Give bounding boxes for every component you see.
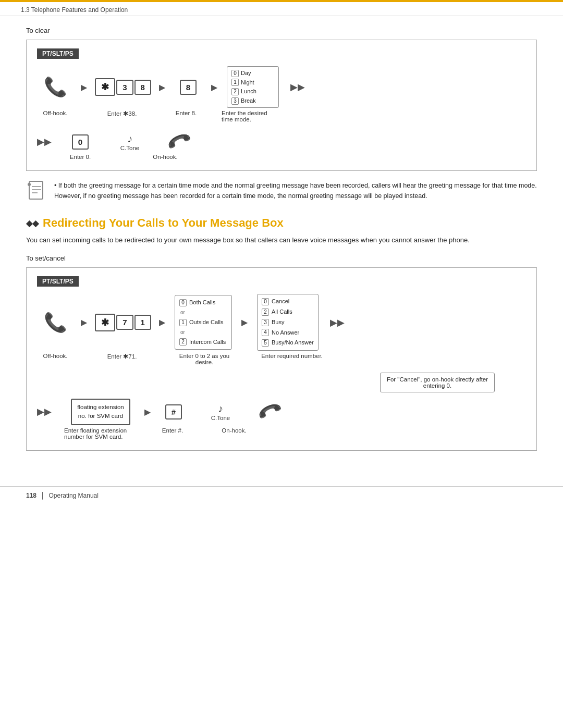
label-enter8: Enter 8. — [170, 110, 202, 116]
page-number: 118 — [26, 492, 36, 499]
arrow7: ▶ — [144, 407, 151, 417]
tm2: 2 — [231, 88, 239, 95]
clear-title: To clear — [26, 27, 537, 34]
tm1: 1 — [231, 79, 239, 86]
page-footer: 118 │ Operating Manual — [0, 486, 563, 504]
label-onhook1: On-hook. — [144, 154, 186, 160]
key-star2: ✱ — [95, 314, 115, 331]
clear-section: To clear PT/SLT/PS 📞 ▶ ✱ 3 8 — [26, 27, 537, 171]
svg-point-4 — [28, 183, 31, 186]
arrow1: ▶ — [81, 82, 87, 92]
req-num-box: 0Cancel 2All Calls 3Busy 4No Answer 5Bus… — [257, 294, 319, 351]
phone-up2-col: 📞 — [37, 312, 74, 334]
tm3: 3 — [231, 97, 239, 105]
key-3: 3 — [116, 80, 133, 95]
header-section: 1.3 Telephone Features and Operation — [0, 2, 563, 16]
label-enter38: Enter ✱38. — [93, 110, 151, 117]
arrow5: ▶ — [159, 317, 165, 327]
label-timemode: Enter the desiredtime mode. — [222, 110, 284, 122]
arrow2: ▶ — [159, 82, 165, 92]
req-num-col: 0Cancel 2All Calls 3Busy 4No Answer 5Bus… — [257, 294, 319, 351]
note-text: • If both the greeting message for a cer… — [54, 180, 537, 201]
label-offhook: Off-hook. — [37, 110, 74, 116]
key-8-col: 8 — [173, 80, 204, 95]
redirect-desc: You can set incoming calls to be redirec… — [26, 235, 537, 246]
key-1: 1 — [134, 315, 151, 330]
label2-enterhash: Enter #. — [157, 427, 188, 434]
key-0: 0 — [72, 134, 89, 150]
redirect-pt-label: PT/SLT/PS — [37, 276, 79, 287]
cancel-note: For "Cancel", go on-hook directly after … — [380, 373, 495, 392]
diamond-icon: ◆◆ — [26, 218, 39, 228]
phone-up2-icon: 📞 — [44, 312, 67, 334]
phone-down2-icon: 📞 — [257, 399, 284, 425]
arrow3: ▶ — [211, 82, 217, 92]
floating-ext-col: floating extension no. for SVM card — [64, 399, 137, 425]
label2-floatext: Enter floating extensionnumber for SVM c… — [64, 427, 137, 440]
arrow6: ▶ — [241, 317, 248, 327]
svg-rect-0 — [29, 181, 43, 199]
note-icon — [26, 180, 47, 205]
dbl-arrow1: ▶▶ — [290, 81, 305, 93]
tm0: 0 — [231, 70, 239, 77]
redirect-diagram-box: PT/SLT/PS 📞 ▶ ✱ 7 1 ▶ — [26, 267, 537, 450]
label2-reqnum: Enter required number. — [258, 353, 326, 359]
clear-diagram-box: PT/SLT/PS 📞 ▶ ✱ 3 8 ▶ — [26, 40, 537, 171]
time-mode-box: 0Day 1Night 2Lunch 3Break — [227, 66, 279, 108]
footer-separator: │ — [41, 492, 45, 499]
note-bullet: • — [54, 182, 58, 189]
phone-down-icon: 📞 — [166, 129, 193, 155]
key-7: 7 — [116, 315, 133, 330]
phone-up-icon: 📞 — [44, 76, 67, 98]
keys-38: ✱ 3 8 — [95, 78, 151, 96]
redirect-heading: ◆◆ Redirecting Your Calls to Your Messag… — [26, 216, 537, 230]
label-enter0: Enter 0. — [62, 154, 99, 160]
ctone2-icon: ♪ — [218, 403, 223, 415]
dbl-arrow4: ▶▶ — [37, 406, 52, 417]
hash-key: # — [165, 404, 182, 419]
note-row: • If both the greeting message for a cer… — [26, 180, 537, 205]
clear-pt-label: PT/SLT/PS — [37, 48, 79, 59]
footer-label: Operating Manual — [49, 492, 99, 499]
floating-ext-key: floating extension no. for SVM card — [71, 399, 130, 425]
keys-71: ✱ 7 1 — [95, 314, 151, 331]
phone-down-col: 📞 — [161, 132, 198, 152]
label2-calltype: Enter 0 to 2 as you desire. — [170, 353, 238, 365]
ctone-icon: ♪ — [127, 133, 132, 145]
label2-onhook: On-hook. — [213, 427, 255, 434]
phone-down2-col: 📞 — [252, 402, 288, 422]
keys-38-col: ✱ 3 8 — [94, 78, 152, 96]
breadcrumb: 1.3 Telephone Features and Operation — [21, 6, 128, 14]
phone-up-col: 📞 — [37, 76, 74, 98]
key-8a: 8 — [134, 80, 151, 95]
label2-enter71: Enter ✱71. — [93, 353, 151, 360]
ctone-col: ♪ C.Tone — [109, 133, 151, 151]
set-cancel-title: To set/cancel — [26, 254, 537, 262]
key-8: 8 — [180, 80, 197, 95]
hash-col: # — [158, 404, 189, 419]
set-cancel-section: To set/cancel PT/SLT/PS 📞 ▶ ✱ 7 1 — [26, 254, 537, 450]
dbl-arrow2: ▶▶ — [37, 136, 52, 147]
label2-offhook: Off-hook. — [37, 353, 74, 359]
call-type-box: 0Both Calls or 1Outside Calls or 2Interc… — [175, 295, 232, 350]
arrow4: ▶ — [81, 317, 87, 327]
time-mode-col: 0Day 1Night 2Lunch 3Break — [227, 66, 279, 108]
ctone2-col: ♪ C.Tone — [200, 403, 241, 421]
keys-71-col: ✱ 7 1 — [94, 314, 152, 331]
key-0-col: 0 — [62, 134, 99, 150]
call-type-col: 0Both Calls or 1Outside Calls or 2Interc… — [175, 295, 232, 350]
key-star: ✱ — [95, 78, 115, 96]
dbl-arrow3: ▶▶ — [330, 317, 345, 328]
